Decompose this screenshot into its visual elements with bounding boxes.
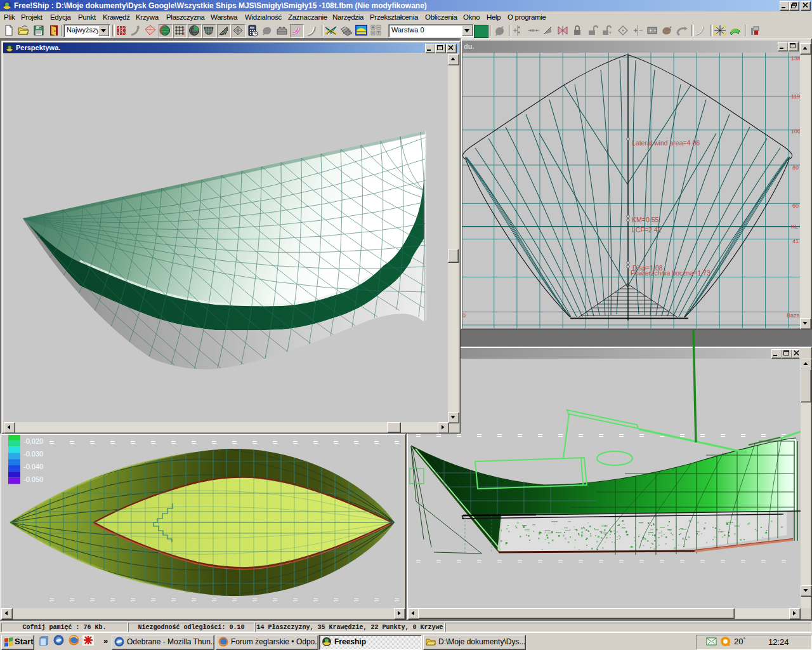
- svg-text:Powierzchnia boczna=1.73: Powierzchnia boczna=1.73: [631, 269, 710, 277]
- svg-text:-0.030: -0.030: [23, 450, 43, 458]
- svg-text:0: 0: [462, 312, 466, 319]
- svg-text:KL: KL: [791, 223, 798, 230]
- svg-text:LCF=2.42: LCF=2.42: [632, 226, 662, 234]
- svg-text:Lateral wind area=4.06: Lateral wind area=4.06: [632, 139, 700, 147]
- svg-text:1: 1: [183, 27, 185, 30]
- svg-text:Baza: Baza: [787, 312, 800, 319]
- svg-text:-0.050: -0.050: [23, 475, 43, 483]
- svg-text:-0,020: -0,020: [23, 437, 43, 445]
- svg-text:138: 138: [791, 55, 800, 62]
- svg-text:2: 2: [183, 32, 185, 36]
- svg-text:KM=0.55: KM=0.55: [632, 216, 658, 223]
- svg-text:60: 60: [792, 202, 799, 209]
- svg-text:119: 119: [791, 93, 800, 100]
- svg-text:41: 41: [792, 238, 799, 244]
- svg-text:-0.040: -0.040: [23, 463, 43, 470]
- svg-text:80: 80: [792, 164, 799, 171]
- svg-text:100: 100: [791, 128, 800, 135]
